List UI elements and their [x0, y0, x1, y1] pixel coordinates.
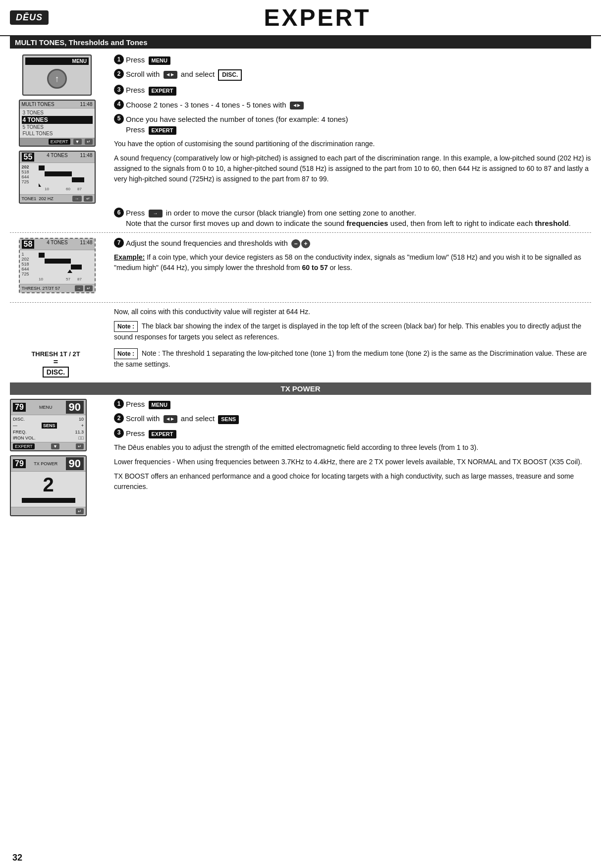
note-label-2: Note : — [114, 348, 138, 359]
tx-expert-btn[interactable]: EXPERT — [13, 443, 35, 449]
down-btn[interactable]: ▼ — [73, 139, 82, 145]
thresh-header-label: 4 TONES — [47, 240, 67, 249]
tx-ms-footer: EXPERT ▼ ↵ — [11, 442, 86, 450]
tx-ms-num-left: 79 — [13, 403, 26, 412]
right-column-top: 1 Press MENU 2 Scroll with and select DI… — [109, 54, 591, 208]
step6-circle: 6 — [114, 208, 124, 217]
tp-footer: ↵ — [11, 507, 86, 515]
tx-return-btn[interactable]: ↵ — [76, 443, 84, 449]
step3-circle: 3 — [114, 85, 124, 95]
para2: A sound frequency (comparatively low or … — [114, 153, 591, 184]
t-freq-4: 644 — [22, 267, 37, 271]
tp-num-right: 90 — [66, 457, 84, 470]
step7-example: Example: If a coin type, which your devi… — [114, 252, 591, 273]
menu-badge: MENU — [149, 56, 170, 65]
step4-text: Choose 2 tones - 3 tones - 4 tones - 5 t… — [126, 100, 591, 110]
freq-return-btn[interactable]: ↵ — [84, 196, 93, 202]
return-btn[interactable]: ↵ — [85, 139, 93, 145]
tx-power-screen: 79 TX POWER 90 2 ↵ — [10, 455, 87, 516]
left-col-thresh: 58 4 TONES 11:48 1 202 518 644 725 — [10, 238, 109, 297]
thresh-screen: 58 4 TONES 11:48 1 202 518 644 725 — [19, 238, 96, 293]
svg-text:87: 87 — [77, 277, 82, 281]
thresh-screen-header: 58 4 TONES 11:48 — [20, 239, 95, 250]
freq-518: 518 — [22, 169, 37, 174]
left-col-2 — [10, 208, 109, 232]
step6-text: Press in order to move the cursor (black… — [126, 208, 591, 228]
thresh-disc-section: THRESH 1T / 2T = DISC. Note : Note : The… — [10, 348, 591, 378]
arrow-right-icon — [149, 210, 163, 217]
tx-menu-badge: MENU — [149, 401, 170, 409]
tone-label: TONE1 202 HZ — [22, 196, 54, 201]
thresh-bar-svg: 10 57 87 — [39, 252, 88, 281]
after-dashed: Now, all coins with this conductivity va… — [10, 307, 591, 346]
plus-icon: + — [301, 239, 310, 248]
svg-text:60: 60 — [66, 187, 70, 191]
tx-down-btn[interactable]: ▼ — [51, 443, 59, 449]
freq-644: 644 — [22, 174, 37, 179]
tp-big-number: 2 — [15, 474, 82, 496]
tones-screen: MULTI TONES 11:48 3 TONES 4 TONES 5 TONE… — [19, 100, 96, 147]
step2-circle: 2 — [114, 69, 124, 79]
tones-header-right: 11:48 — [80, 102, 92, 107]
tx-disc-label: DISC. — [13, 417, 25, 422]
disc-badge: DISC. — [218, 69, 242, 81]
svg-text:10: 10 — [45, 187, 49, 191]
freq-screen: 55 4 TONES 11:48 202 518 644 725 — [19, 151, 96, 204]
menu-knob: ↑ — [47, 69, 67, 89]
tones-screen-footer: EXPERT ▼ ↵ — [20, 138, 95, 146]
scroll-icon-2 — [290, 102, 304, 109]
thresh-return-btn[interactable]: ↵ — [85, 285, 93, 291]
left-col-3 — [10, 307, 109, 346]
freq-screen-footer: TONE1 202 HZ → ↵ — [20, 194, 95, 203]
freq-screen-body: 202 518 644 725 — [20, 163, 95, 194]
step5-row: 5 Once you have selected the number of t… — [114, 114, 591, 135]
t-freq-1: 1 — [22, 252, 37, 257]
svg-text:57: 57 — [66, 277, 70, 281]
step3-text: Press EXPERT — [126, 85, 591, 95]
expert-btn[interactable]: EXPERT — [49, 139, 70, 145]
tx-freq-value: 11.3 — [75, 430, 84, 434]
tx-power-bar: TX POWER — [10, 382, 591, 395]
pm-icons: − + — [291, 239, 310, 248]
step7-row: 7 Adjust the sound frequencies and thres… — [114, 238, 591, 248]
right-col-2: 6 Press in order to move the cursor (bla… — [109, 208, 591, 232]
tx-step3-circle: 3 — [114, 428, 124, 438]
thresh-arrow-btn[interactable]: → — [75, 285, 83, 291]
note1: Note : The black bar showing the index o… — [114, 321, 591, 342]
thresh-footer-label: THRESH. 2T/3T 57 — [22, 286, 60, 291]
page-title: EXPERT — [49, 4, 586, 31]
thresh-screen-number: 58 — [22, 240, 35, 249]
tx-freq-label: FREQ. — [13, 430, 27, 434]
dashed-section: 58 4 TONES 11:48 1 202 518 644 725 — [10, 232, 591, 303]
tx-iron-label: IRON VOL. — [13, 435, 36, 440]
t-freq-3: 518 — [22, 262, 37, 267]
tones-row-full: FULL TONES — [22, 130, 93, 137]
svg-text:87: 87 — [77, 187, 82, 191]
note-label-1: Note : — [114, 321, 138, 332]
thresh-header-time: 11:48 — [80, 240, 92, 249]
tx-iron-row: IRON VOL. □□ — [13, 435, 84, 441]
freq-arrow-btn[interactable]: → — [72, 196, 82, 202]
tx-step2-circle: 2 — [114, 413, 124, 423]
section1-bar: MULTI TONES, Thresholds and Tones — [10, 36, 591, 49]
tx-menu-screen: 79 MENU 90 DISC. 10 — SENS + FREQ. — [10, 399, 87, 451]
section1-layout: MENU ↑ MULTI TONES 11:48 3 TONES 4 TONES… — [10, 54, 591, 208]
step5-circle: 5 — [114, 114, 124, 124]
tx-ms-label: MENU — [39, 405, 53, 410]
tp-bar — [22, 498, 75, 503]
step7-circle: 7 — [114, 238, 124, 248]
tx-left-col: 79 MENU 90 DISC. 10 — SENS + FREQ. — [10, 399, 109, 516]
freq-bar-svg: 10 60 87 — [39, 164, 88, 192]
tx-ms-num-right: 90 — [66, 401, 84, 414]
section1-layout2: 6 Press in order to move the cursor (bla… — [10, 208, 591, 232]
svg-rect-9 — [71, 265, 82, 270]
note2-text: Note : The threshold 1 separating the lo… — [114, 349, 587, 368]
step5-text: Once you have selected the number of ton… — [126, 114, 591, 135]
tp-return-btn[interactable]: ↵ — [76, 508, 84, 514]
para3: Now, all coins with this conductivity va… — [114, 307, 591, 317]
freq-202: 202 — [22, 164, 37, 169]
page-header: DĒUS EXPERT — [0, 0, 601, 36]
tx-step2-text: Scroll with and select SENS — [126, 413, 591, 424]
tx-disc-row: DISC. 10 — [13, 416, 84, 422]
freq-screen-number: 55 — [22, 153, 35, 162]
